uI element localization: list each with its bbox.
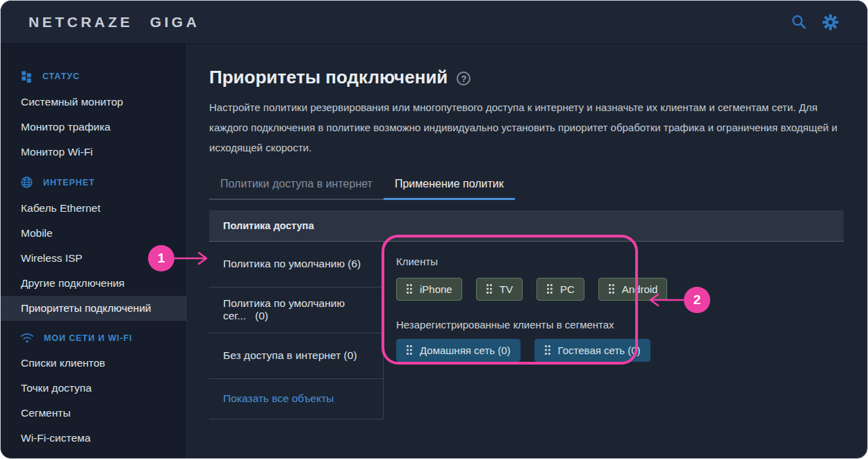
segment-chips: Домашняя сеть (0) Гостевая сеть (0) — [396, 339, 844, 362]
search-icon — [791, 14, 807, 30]
topbar: NETCRAZE GIGA — [1, 1, 867, 44]
sidebar-section-internet: ИНТЕРНЕТ — [1, 169, 186, 196]
gear-icon — [822, 14, 839, 31]
page-title: Приоритеты подключений — [209, 67, 448, 88]
table-row-default-policy[interactable]: Политика по умолчанию (6) — [209, 242, 383, 287]
drag-handle-icon — [608, 283, 615, 294]
app-window: NETCRAZE GIGA — [0, 0, 868, 459]
client-chip-tv[interactable]: TV — [476, 278, 523, 301]
show-all-objects-link[interactable]: Показать все объекты — [209, 379, 383, 419]
table-row-no-internet[interactable]: Без доступа в интернет (0) — [209, 333, 383, 379]
table-row-default-policy-seg[interactable]: Политика по умолчанию сег... (0) — [209, 287, 383, 333]
main-content: Приоритеты подключений ? Настройте полит… — [188, 44, 867, 458]
client-chips: iPhone TV PC Android — [396, 278, 844, 301]
drag-handle-icon — [406, 283, 413, 294]
sidebar-item-segments[interactable]: Сегменты — [1, 401, 186, 426]
segment-chip-guest-network[interactable]: Гостевая сеть (0) — [534, 339, 650, 362]
sidebar-section-status: СТАТУС — [1, 63, 186, 90]
sidebar-section-label: ИНТЕРНЕТ — [43, 178, 95, 187]
sidebar-section-my-networks: МОИ СЕТИ И WI-FI — [1, 325, 186, 351]
client-chip-android[interactable]: Android — [598, 278, 668, 301]
sidebar-item-mobile[interactable]: Mobile — [1, 221, 186, 246]
logo[interactable]: NETCRAZE GIGA — [28, 14, 199, 31]
tab-bar: Политики доступа в интернет Применение п… — [209, 174, 515, 200]
chip-label: TV — [500, 283, 513, 295]
client-chip-pc[interactable]: PC — [537, 278, 584, 301]
settings-button[interactable] — [821, 13, 840, 31]
sidebar-item-access-points[interactable]: Точки доступа — [1, 376, 186, 401]
wifi-icon — [20, 332, 34, 344]
policy-table: Политика доступа Политика по умолчанию (… — [209, 210, 844, 419]
sidebar-item-wireless-isp[interactable]: Wireless ISP — [1, 246, 186, 271]
tab-access-policies[interactable]: Политики доступа в интернет — [209, 174, 384, 200]
segment-chip-home-network[interactable]: Домашняя сеть (0) — [396, 339, 521, 362]
grid-icon — [20, 70, 33, 83]
search-button[interactable] — [789, 13, 808, 31]
page-description: Настройте политики резервирования или мн… — [209, 97, 840, 158]
sidebar-section-label: СТАТУС — [42, 72, 80, 81]
chip-label: PC — [560, 283, 575, 295]
sidebar-item-connection-priorities[interactable]: Приоритеты подключений — [1, 296, 186, 321]
clients-label: Клиенты — [396, 256, 844, 267]
drag-handle-icon — [406, 344, 413, 356]
chip-label: Домашняя сеть (0) — [420, 344, 511, 356]
sidebar-item-wifi-monitor[interactable]: Монитор Wi-Fi — [1, 140, 186, 165]
drag-handle-icon — [544, 344, 551, 356]
chip-label: iPhone — [420, 283, 452, 295]
sidebar: СТАТУС Системный монитор Монитор трафика… — [1, 44, 187, 458]
chip-label: Android — [622, 283, 658, 295]
policy-column: Политика по умолчанию (6) Политика по ум… — [209, 242, 383, 419]
sidebar-item-ethernet-cable[interactable]: Кабель Ethernet — [1, 196, 186, 221]
table-header: Политика доступа — [209, 210, 844, 242]
sidebar-item-wifi-system[interactable]: Wi-Fi-система — [1, 426, 186, 451]
sidebar-item-other-connections[interactable]: Другие подключения — [1, 271, 186, 296]
sidebar-section-label: МОИ СЕТИ И WI-FI — [44, 333, 132, 343]
drag-handle-icon — [546, 283, 553, 294]
chip-label: Гостевая сеть (0) — [558, 344, 641, 356]
drag-handle-icon — [486, 283, 493, 294]
globe-icon — [20, 176, 33, 189]
help-icon[interactable]: ? — [457, 72, 470, 85]
sidebar-item-client-lists[interactable]: Списки клиентов — [1, 351, 186, 376]
sidebar-item-system-monitor[interactable]: Системный монитор — [1, 90, 186, 115]
sidebar-item-traffic-monitor[interactable]: Монитор трафика — [1, 115, 186, 140]
client-chip-iphone[interactable]: iPhone — [396, 278, 462, 301]
policy-detail-panel: Клиенты iPhone TV PC — [383, 242, 844, 419]
link-label: Показать все объекты — [223, 392, 334, 405]
tab-policy-application[interactable]: Применение политик — [384, 174, 515, 200]
segments-label: Незарегистрированные клиенты в сегментах — [396, 319, 844, 331]
